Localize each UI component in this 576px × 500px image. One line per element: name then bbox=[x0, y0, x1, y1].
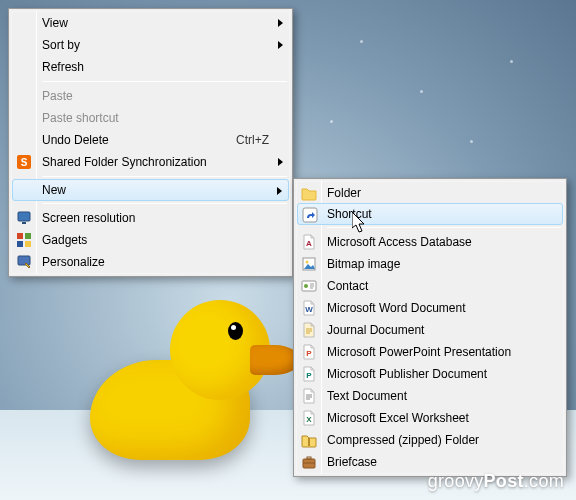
menu-item-label: Microsoft Word Document bbox=[327, 301, 543, 315]
new-submenu: FolderShortcutAMicrosoft Access Database… bbox=[293, 178, 567, 477]
menu-item-label: Screen resolution bbox=[42, 211, 269, 225]
menu-item-label: Briefcase bbox=[327, 455, 543, 469]
svg-rect-6 bbox=[17, 241, 23, 247]
menu-item-label: Personalize bbox=[42, 255, 269, 269]
menu-item-shortcut[interactable]: Shortcut bbox=[297, 203, 563, 225]
menu-item-label: Paste shortcut bbox=[42, 111, 269, 125]
menu-item-sort-by[interactable]: Sort by bbox=[12, 34, 289, 56]
svg-rect-8 bbox=[18, 256, 30, 265]
menu-item-label: Gadgets bbox=[42, 233, 269, 247]
menu-item-shared-folder-synchronization[interactable]: SShared Folder Synchronization bbox=[12, 151, 289, 173]
menu-item-undo-delete[interactable]: Undo DeleteCtrl+Z bbox=[12, 129, 289, 151]
svg-point-12 bbox=[306, 261, 309, 264]
contact-icon bbox=[301, 278, 317, 294]
menu-item-gadgets[interactable]: Gadgets bbox=[12, 229, 289, 251]
menu-item-label: Bitmap image bbox=[327, 257, 543, 271]
svg-rect-3 bbox=[22, 222, 26, 224]
monitor-icon bbox=[16, 210, 32, 226]
journal-icon bbox=[301, 322, 317, 338]
menu-item-contact[interactable]: Contact bbox=[297, 275, 563, 297]
menu-item-paste-shortcut: Paste shortcut bbox=[12, 107, 289, 129]
bitmap-icon bbox=[301, 256, 317, 272]
access-icon: A bbox=[301, 234, 317, 250]
sync-s-icon: S bbox=[16, 154, 32, 170]
svg-rect-4 bbox=[17, 233, 23, 239]
svg-rect-2 bbox=[18, 212, 30, 221]
menu-item-label: Refresh bbox=[42, 60, 269, 74]
menu-item-folder[interactable]: Folder bbox=[297, 182, 563, 204]
word-icon: W bbox=[301, 300, 317, 316]
submenu-arrow-icon bbox=[278, 158, 283, 166]
menu-item-microsoft-access-database[interactable]: AMicrosoft Access Database bbox=[297, 231, 563, 253]
menu-item-label: New bbox=[42, 183, 269, 197]
menu-item-label: Paste bbox=[42, 89, 269, 103]
svg-text:X: X bbox=[306, 415, 312, 424]
svg-text:A: A bbox=[306, 239, 312, 248]
svg-rect-5 bbox=[25, 233, 31, 239]
watermark-text-1: groovy bbox=[428, 471, 484, 491]
menu-separator bbox=[42, 203, 287, 204]
personalize-icon bbox=[16, 254, 32, 270]
menu-item-view[interactable]: View bbox=[12, 12, 289, 34]
menu-item-new[interactable]: New bbox=[12, 179, 289, 201]
menu-item-label: Shortcut bbox=[327, 207, 543, 221]
menu-item-label: Compressed (zipped) Folder bbox=[327, 433, 543, 447]
menu-item-paste: Paste bbox=[12, 85, 289, 107]
menu-item-label: Shared Folder Synchronization bbox=[42, 155, 269, 169]
folder-icon bbox=[301, 185, 317, 201]
menu-item-briefcase[interactable]: Briefcase bbox=[297, 451, 563, 473]
svg-text:S: S bbox=[21, 157, 28, 168]
menu-item-journal-document[interactable]: Journal Document bbox=[297, 319, 563, 341]
menu-item-label: Microsoft Excel Worksheet bbox=[327, 411, 543, 425]
gadgets-icon bbox=[16, 232, 32, 248]
menu-item-accelerator: Ctrl+Z bbox=[236, 133, 269, 147]
svg-text:P: P bbox=[306, 349, 312, 358]
svg-rect-7 bbox=[25, 241, 31, 247]
menu-item-label: Contact bbox=[327, 279, 543, 293]
watermark: groovyPost.com bbox=[428, 471, 564, 492]
menu-item-label: Text Document bbox=[327, 389, 543, 403]
svg-rect-28 bbox=[308, 438, 310, 446]
menu-item-microsoft-word-document[interactable]: WMicrosoft Word Document bbox=[297, 297, 563, 319]
desktop-wallpaper-duck bbox=[70, 300, 270, 460]
menu-separator bbox=[327, 227, 561, 228]
menu-separator bbox=[42, 176, 287, 177]
menu-item-microsoft-powerpoint-presentation[interactable]: PMicrosoft PowerPoint Presentation bbox=[297, 341, 563, 363]
menu-item-microsoft-excel-worksheet[interactable]: XMicrosoft Excel Worksheet bbox=[297, 407, 563, 429]
zip-icon bbox=[301, 432, 317, 448]
watermark-text-2: Post bbox=[484, 471, 524, 491]
shortcut-icon bbox=[302, 207, 318, 223]
menu-item-label: Undo Delete bbox=[42, 133, 226, 147]
submenu-arrow-icon bbox=[278, 41, 283, 49]
svg-rect-30 bbox=[307, 457, 311, 459]
watermark-text-3: .com bbox=[524, 471, 564, 491]
svg-point-14 bbox=[304, 284, 308, 288]
submenu-arrow-icon bbox=[277, 187, 282, 195]
menu-item-label: Microsoft Access Database bbox=[327, 235, 543, 249]
menu-item-label: Sort by bbox=[42, 38, 269, 52]
svg-text:W: W bbox=[305, 305, 313, 314]
briefcase-icon bbox=[301, 454, 317, 470]
menu-item-text-document[interactable]: Text Document bbox=[297, 385, 563, 407]
publisher-icon: P bbox=[301, 366, 317, 382]
menu-item-bitmap-image[interactable]: Bitmap image bbox=[297, 253, 563, 275]
menu-item-screen-resolution[interactable]: Screen resolution bbox=[12, 207, 289, 229]
menu-item-label: Folder bbox=[327, 186, 543, 200]
menu-separator bbox=[42, 81, 287, 82]
menu-item-label: Microsoft PowerPoint Presentation bbox=[327, 345, 543, 359]
menu-item-compressed-zipped-folder[interactable]: Compressed (zipped) Folder bbox=[297, 429, 563, 451]
svg-text:P: P bbox=[306, 371, 312, 380]
excel-icon: X bbox=[301, 410, 317, 426]
ppt-icon: P bbox=[301, 344, 317, 360]
menu-item-personalize[interactable]: Personalize bbox=[12, 251, 289, 273]
desktop-context-menu: ViewSort byRefreshPastePaste shortcutUnd… bbox=[8, 8, 293, 277]
text-icon bbox=[301, 388, 317, 404]
menu-item-refresh[interactable]: Refresh bbox=[12, 56, 289, 78]
menu-item-label: Microsoft Publisher Document bbox=[327, 367, 543, 381]
menu-item-label: Journal Document bbox=[327, 323, 543, 337]
submenu-arrow-icon bbox=[278, 19, 283, 27]
menu-item-label: View bbox=[42, 16, 269, 30]
menu-item-microsoft-publisher-document[interactable]: PMicrosoft Publisher Document bbox=[297, 363, 563, 385]
